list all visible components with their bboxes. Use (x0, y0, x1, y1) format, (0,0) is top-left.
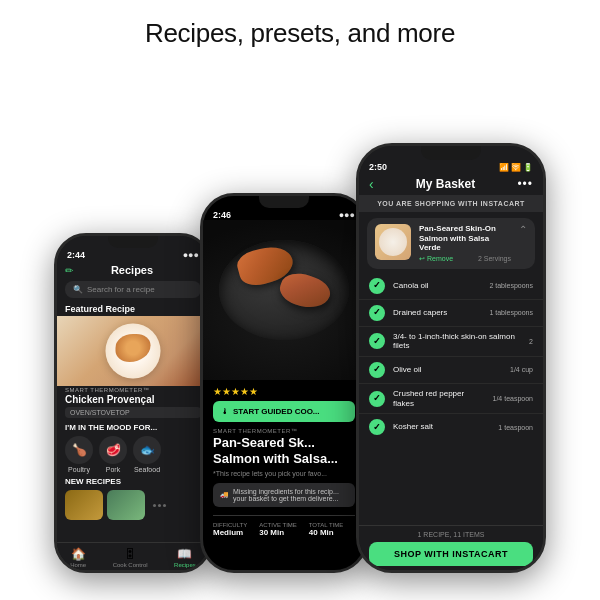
ingredient-kosher-salt: ✓ Kosher salt 1 teaspoon (359, 414, 543, 440)
stars-rating: ★★★★★ (213, 386, 355, 397)
seafood-icon: 🐟 (133, 436, 161, 464)
recipe-card[interactable]: Pan-Seared Skin-On Salmon with Salsa Ver… (367, 218, 535, 269)
status-bar-right: 2:50 📶 🛜 🔋 (359, 160, 543, 172)
ingredient-canola-oil: ✓ Canola oil 2 tablespoons (359, 273, 543, 300)
ingredient-name-pepper: Crushed red pepper flakes (393, 389, 485, 408)
recipe-card-chevron: ⌃ (519, 224, 527, 235)
ingredient-name-salmon: 3/4- to 1-inch-thick skin-on salmon file… (393, 332, 521, 351)
notch-left (108, 236, 158, 248)
recipe-thumb-1[interactable] (65, 490, 103, 520)
recipe-card-info: Pan-Seared Skin-On Salmon with Salsa Ver… (419, 224, 511, 263)
mid-tag: SMART THERMOMETER™ (213, 428, 355, 434)
status-bar-middle: 2:46 ●●● (203, 208, 365, 220)
nav-cook-label: Cook Control (113, 562, 148, 568)
ingredient-list: ✓ Canola oil 2 tablespoons ✓ Drained cap… (359, 273, 543, 521)
phone-middle: 2:46 ●●● ★★★★★ 🌡 START GUIDED COO... SMA… (200, 193, 368, 573)
start-cooking-button[interactable]: 🌡 START GUIDED COO... (213, 401, 355, 422)
notch-right (421, 146, 481, 160)
ingredient-name-canola: Canola oil (393, 281, 481, 291)
signal-middle: ●●● (339, 210, 355, 220)
page-title: Recipes, presets, and more (145, 0, 455, 63)
recipe-more-dots[interactable] (149, 490, 169, 520)
ingredient-name-salt: Kosher salt (393, 422, 490, 432)
edit-icon: ✏ (65, 265, 73, 276)
ingredient-amount-salmon: 2 (529, 338, 533, 345)
recipes-title: Recipes (111, 264, 153, 276)
basket-footer: 1 RECIPE, 11 ITEMS SHOP WITH INSTACART (359, 525, 543, 570)
mood-section: I'M IN THE MOOD FOR... 🍗 Poultry 🥩 Pork … (57, 420, 209, 475)
ingredient-amount-olive: 1/4 cup (510, 366, 533, 373)
stat-active-time: ACTIVE TIME 30 Min (259, 522, 297, 537)
remove-icon: ↩ (419, 255, 425, 263)
mood-seafood[interactable]: 🐟 Seafood (133, 436, 161, 473)
recipe-card-name: Pan-Seared Skin-On Salmon with Salsa Ver… (419, 224, 511, 253)
nav-recipes[interactable]: 📖 Recipes (174, 547, 196, 568)
ingredient-olive-oil: ✓ Olive oil 1/4 cup (359, 357, 543, 384)
phone-right: 2:50 📶 🛜 🔋 ‹ My Basket ••• YOU ARE SHOPP… (356, 143, 546, 573)
basket-header: ‹ My Basket ••• (359, 172, 543, 195)
signal-left: ●●● (183, 250, 199, 260)
recipe-name-left: Chicken Provençal (57, 394, 209, 405)
stat-total-time: TOTAL TIME 40 Min (309, 522, 343, 537)
ingredient-amount-salt: 1 teaspoon (498, 424, 533, 431)
remove-action[interactable]: ↩ Remove (419, 255, 453, 263)
more-button[interactable]: ••• (517, 177, 533, 191)
shop-with-instacart-button[interactable]: SHOP WITH INSTACART (369, 542, 533, 566)
remove-label: Remove (427, 255, 453, 262)
mid-missing-text: Missing ingredients for this recip... yo… (233, 488, 348, 502)
ingredient-name-capers: Drained capers (393, 308, 481, 318)
cook-control-icon: 🎛 (124, 547, 136, 561)
ingredient-amount-pepper: 1/4 teaspoon (493, 395, 533, 402)
check-salmon[interactable]: ✓ (369, 333, 385, 349)
check-salt[interactable]: ✓ (369, 419, 385, 435)
nav-recipes-label: Recipes (174, 562, 196, 568)
poultry-icon: 🍗 (65, 436, 93, 464)
mood-title: I'M IN THE MOOD FOR... (65, 423, 201, 432)
delivery-icon: 🚚 (220, 491, 229, 499)
items-count: 1 RECIPE, 11 ITEMS (369, 531, 533, 538)
basket-title: My Basket (374, 177, 518, 191)
mid-note: *This recipe lets you pick your favo... (213, 470, 355, 477)
start-cooking-label: START GUIDED COO... (233, 407, 320, 416)
instacart-banner: YOU ARE SHOPPING WITH INSTACART (359, 195, 543, 212)
recipe-thumb-2[interactable] (107, 490, 145, 520)
status-bar-left: 2:44 ●●● (57, 248, 209, 260)
bottom-nav-left: 🏠 Home 🎛 Cook Control 📖 Recipes (57, 542, 209, 570)
check-olive[interactable]: ✓ (369, 362, 385, 378)
stat-difficulty: DIFFICULTY Medium (213, 522, 247, 537)
phone-left: 2:44 ●●● ✏ Recipes 🔍 Search for a recipe… (54, 233, 212, 573)
mid-recipe-name: Pan-Seared Sk... Salmon with Salsa... (213, 435, 355, 466)
recipe-method-badge: OVEN/STOVETOP (65, 407, 201, 418)
mood-poultry[interactable]: 🍗 Poultry (65, 436, 93, 473)
mid-missing-box: 🚚 Missing ingredients for this recip... … (213, 483, 355, 507)
recipe-tag: SMART THERMOMETER™ (57, 386, 209, 394)
servings-label: 2 Servings (478, 255, 511, 263)
featured-label: Featured Recipe (57, 302, 209, 316)
pork-icon: 🥩 (99, 436, 127, 464)
new-recipes-label: NEW RECIPES (57, 475, 209, 488)
ingredient-capers: ✓ Drained capers 1 tablespoons (359, 300, 543, 327)
thermometer-icon: 🌡 (221, 407, 229, 416)
mood-pork[interactable]: 🥩 Pork (99, 436, 127, 473)
nav-home-label: Home (70, 562, 86, 568)
signal-right: 📶 🛜 🔋 (499, 163, 533, 172)
home-icon: 🏠 (71, 547, 86, 561)
phones-row: 2:44 ●●● ✏ Recipes 🔍 Search for a recipe… (0, 63, 600, 573)
check-capers[interactable]: ✓ (369, 305, 385, 321)
recipe-card-image (375, 224, 411, 260)
time-middle: 2:46 (213, 210, 231, 220)
nav-cook-control[interactable]: 🎛 Cook Control (113, 547, 148, 568)
ingredient-salmon-filets: ✓ 3/4- to 1-inch-thick skin-on salmon fi… (359, 327, 543, 357)
check-canola[interactable]: ✓ (369, 278, 385, 294)
nav-home[interactable]: 🏠 Home (70, 547, 86, 568)
recipes-header: ✏ Recipes (57, 260, 209, 279)
check-pepper[interactable]: ✓ (369, 391, 385, 407)
notch-middle (259, 196, 309, 208)
time-left: 2:44 (67, 250, 85, 260)
time-right: 2:50 (369, 162, 387, 172)
search-bar[interactable]: 🔍 Search for a recipe (65, 281, 201, 298)
pork-label: Pork (106, 466, 120, 473)
ingredient-red-pepper: ✓ Crushed red pepper flakes 1/4 teaspoon (359, 384, 543, 414)
search-placeholder: Search for a recipe (87, 285, 155, 294)
food-photo (203, 220, 365, 380)
